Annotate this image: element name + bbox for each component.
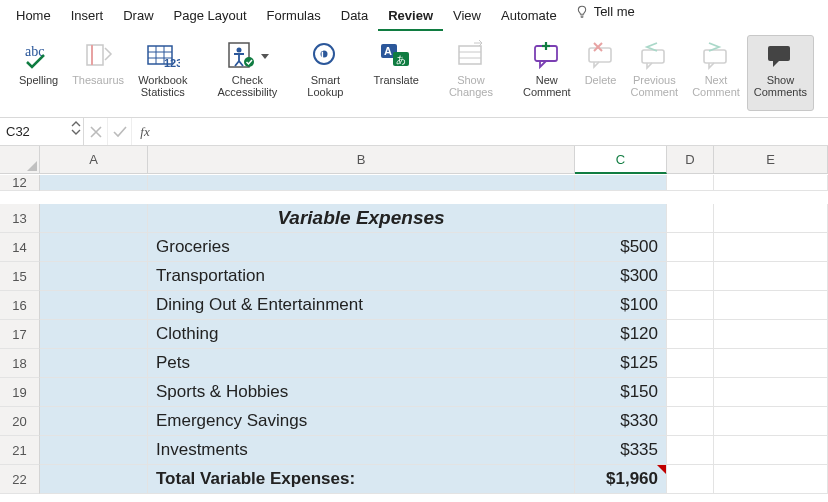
cell[interactable] <box>667 262 714 291</box>
next-comment-button[interactable]: NextComment <box>685 35 747 111</box>
expense-label[interactable]: Sports & Hobbies <box>148 378 575 407</box>
cell[interactable] <box>714 204 828 233</box>
col-header-e[interactable]: E <box>714 146 828 174</box>
cell[interactable] <box>667 175 714 191</box>
col-header-b[interactable]: B <box>148 146 575 174</box>
cell[interactable] <box>667 436 714 465</box>
cell[interactable] <box>714 407 828 436</box>
cell[interactable] <box>667 349 714 378</box>
cell[interactable] <box>667 378 714 407</box>
expense-label[interactable]: Groceries <box>148 233 575 262</box>
translate-button[interactable]: Aあ Translate <box>366 35 425 111</box>
tab-insert[interactable]: Insert <box>61 4 114 29</box>
row-header[interactable]: 22 <box>0 465 40 494</box>
cell[interactable] <box>40 233 148 262</box>
cell[interactable] <box>40 465 148 494</box>
cell[interactable] <box>40 407 148 436</box>
cell[interactable] <box>40 175 148 191</box>
expense-label[interactable]: Pets <box>148 349 575 378</box>
show-comments-button[interactable]: ShowComments <box>747 35 814 111</box>
new-comment-button[interactable]: NewComment <box>516 35 578 111</box>
expense-amount[interactable]: $100 <box>575 291 667 320</box>
col-header-d[interactable]: D <box>667 146 714 174</box>
formula-cancel-button[interactable] <box>84 118 108 145</box>
tab-home[interactable]: Home <box>6 4 61 29</box>
total-amount[interactable]: $1,960 <box>575 465 667 494</box>
name-box-spinner[interactable] <box>71 120 81 136</box>
spreadsheet-grid[interactable]: A B C D E 12 13 Variable Expenses 14 Gro… <box>0 146 828 494</box>
expense-amount[interactable]: $120 <box>575 320 667 349</box>
expense-amount[interactable]: $125 <box>575 349 667 378</box>
cell[interactable] <box>667 465 714 494</box>
tab-page-layout[interactable]: Page Layout <box>164 4 257 29</box>
expense-label[interactable]: Transportation <box>148 262 575 291</box>
row-header[interactable]: 14 <box>0 233 40 262</box>
section-title[interactable]: Variable Expenses <box>148 204 575 233</box>
cell[interactable] <box>40 204 148 233</box>
row-header[interactable]: 13 <box>0 204 40 233</box>
row-header[interactable]: 12 <box>0 175 40 191</box>
tab-review[interactable]: Review <box>378 4 443 31</box>
previous-comment-button[interactable]: PreviousComment <box>623 35 685 111</box>
select-all-corner[interactable] <box>0 146 40 174</box>
tab-view[interactable]: View <box>443 4 491 29</box>
formula-accept-button[interactable] <box>108 118 132 145</box>
col-header-a[interactable]: A <box>40 146 148 174</box>
total-label[interactable]: Total Variable Expenses: <box>148 465 575 494</box>
expense-amount[interactable]: $335 <box>575 436 667 465</box>
cell[interactable] <box>40 436 148 465</box>
show-changes-button[interactable]: ShowChanges <box>442 35 500 111</box>
cell[interactable] <box>714 262 828 291</box>
cell[interactable] <box>575 204 667 233</box>
expense-label[interactable]: Investments <box>148 436 575 465</box>
tell-me[interactable]: Tell me <box>575 4 635 19</box>
tab-data[interactable]: Data <box>331 4 378 29</box>
name-box[interactable]: C32 <box>0 118 84 145</box>
thesaurus-button[interactable]: Thesaurus <box>65 35 131 111</box>
col-header-c[interactable]: C <box>575 146 667 174</box>
expense-amount[interactable]: $150 <box>575 378 667 407</box>
row-header[interactable]: 19 <box>0 378 40 407</box>
expense-label[interactable]: Dining Out & Entertainment <box>148 291 575 320</box>
row-header[interactable]: 21 <box>0 436 40 465</box>
workbook-stats-button[interactable]: 123 WorkbookStatistics <box>131 35 194 111</box>
tab-automate[interactable]: Automate <box>491 4 567 29</box>
fx-icon[interactable]: fx <box>132 118 158 145</box>
cell[interactable] <box>667 320 714 349</box>
cell[interactable] <box>667 233 714 262</box>
row-header[interactable]: 15 <box>0 262 40 291</box>
cell[interactable] <box>40 291 148 320</box>
cell[interactable] <box>667 204 714 233</box>
cell[interactable] <box>714 436 828 465</box>
cell[interactable] <box>714 175 828 191</box>
expense-amount[interactable]: $300 <box>575 262 667 291</box>
formula-input[interactable] <box>158 118 828 145</box>
cell[interactable] <box>40 320 148 349</box>
cell[interactable] <box>148 175 575 191</box>
cell[interactable] <box>667 291 714 320</box>
cell[interactable] <box>667 407 714 436</box>
delete-comment-button[interactable]: Delete <box>578 35 624 111</box>
cell[interactable] <box>714 320 828 349</box>
smart-lookup-button[interactable]: i SmartLookup <box>300 35 350 111</box>
cell[interactable] <box>40 378 148 407</box>
cell[interactable] <box>714 233 828 262</box>
cell[interactable] <box>714 465 828 494</box>
cell[interactable] <box>575 175 667 191</box>
expense-amount[interactable]: $500 <box>575 233 667 262</box>
cell[interactable] <box>40 349 148 378</box>
cell[interactable] <box>714 378 828 407</box>
row-header[interactable]: 16 <box>0 291 40 320</box>
row-header[interactable]: 20 <box>0 407 40 436</box>
row-header[interactable]: 18 <box>0 349 40 378</box>
cell[interactable] <box>714 349 828 378</box>
expense-label[interactable]: Emergency Savings <box>148 407 575 436</box>
cell[interactable] <box>714 291 828 320</box>
check-accessibility-button[interactable]: CheckAccessibility <box>210 35 284 111</box>
expense-amount[interactable]: $330 <box>575 407 667 436</box>
expense-label[interactable]: Clothing <box>148 320 575 349</box>
spelling-button[interactable]: abc Spelling <box>12 35 65 111</box>
tab-formulas[interactable]: Formulas <box>257 4 331 29</box>
cell[interactable] <box>40 262 148 291</box>
tab-draw[interactable]: Draw <box>113 4 163 29</box>
